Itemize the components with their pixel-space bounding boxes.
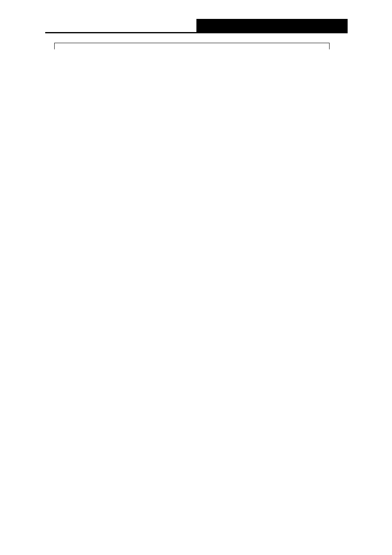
header-black-bar (196, 19, 348, 32)
header-rule (45, 32, 348, 33)
static-routing-panel: Static Routing ID Destination IP Address… (54, 43, 330, 49)
